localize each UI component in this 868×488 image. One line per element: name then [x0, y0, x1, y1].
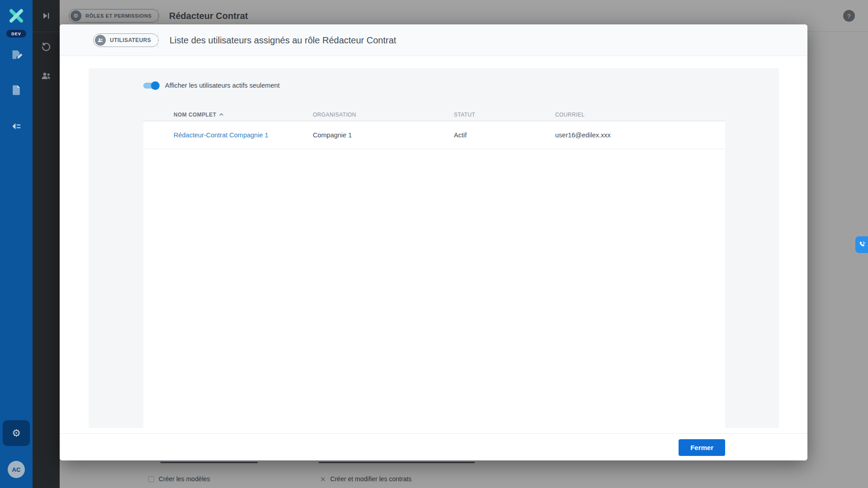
phone-support-button[interactable]	[855, 236, 868, 253]
screen: DEV ⚙ AC	[0, 0, 868, 488]
history-icon	[41, 42, 52, 52]
document-icon	[10, 84, 23, 96]
toggle-label: Afficher les utilisateurs actifs seuleme…	[165, 82, 280, 89]
cell-courriel: user16@edilex.xxx	[555, 131, 725, 139]
column-header-courriel[interactable]: COURRIEL	[555, 112, 725, 118]
users-panel: Afficher les utilisateurs actifs seuleme…	[89, 68, 779, 428]
sidebar-divider	[33, 32, 60, 32]
collapse-panel-button[interactable]	[41, 10, 52, 21]
skip-end-icon	[41, 10, 52, 21]
gear-icon: ⚙	[12, 427, 21, 439]
column-header-nom-complet[interactable]: NOM COMPLET	[143, 112, 313, 118]
users-modal: UTILISATEURS Liste des utilisateurs assi…	[60, 24, 807, 460]
cell-organisation: Compagnie 1	[313, 131, 454, 139]
environment-badge: DEV	[6, 30, 26, 38]
modal-footer: Fermer	[60, 433, 807, 460]
modal-body: Afficher les utilisateurs actifs seuleme…	[60, 56, 807, 433]
users-icon	[95, 35, 106, 46]
toggle-knob	[151, 81, 160, 90]
settings-button[interactable]: ⚙	[3, 420, 30, 446]
close-button[interactable]: Fermer	[679, 439, 725, 456]
sort-asc-icon	[219, 112, 224, 117]
sidebar-item-contract-edit[interactable]	[10, 49, 23, 61]
history-button[interactable]	[41, 42, 52, 52]
column-header-statut[interactable]: STATUT	[454, 112, 555, 118]
utilisateurs-badge-label: UTILISATEURS	[110, 37, 151, 43]
active-users-filter: Afficher les utilisateurs actifs seuleme…	[143, 80, 280, 91]
primary-sidebar: DEV ⚙ AC	[0, 0, 33, 488]
sidebar-item-clauses[interactable]	[10, 120, 23, 132]
modal-header: UTILISATEURS Liste des utilisateurs assi…	[60, 24, 807, 56]
cell-statut: Actif	[454, 131, 555, 139]
sidebar-item-documents[interactable]	[10, 84, 23, 96]
users-table: NOM COMPLET ORGANISATION STATUT COURRIEL	[143, 108, 725, 428]
clauses-icon	[10, 120, 23, 132]
column-header-organisation[interactable]: ORGANISATION	[313, 112, 454, 118]
app-logo-icon[interactable]	[7, 7, 25, 25]
users-icon	[41, 70, 52, 81]
modal-header-divider	[158, 32, 158, 48]
active-users-toggle[interactable]	[143, 82, 159, 89]
modal-title: Liste des utilisateurs assignés au rôle …	[170, 24, 396, 56]
users-button[interactable]	[41, 70, 52, 81]
table-row: Rédacteur-Contrat Compagnie 1 Compagnie …	[143, 122, 725, 149]
user-avatar[interactable]: AC	[8, 461, 25, 478]
table-body: Rédacteur-Contrat Compagnie 1 Compagnie …	[143, 122, 725, 428]
secondary-sidebar	[33, 0, 60, 488]
table-header-row: NOM COMPLET ORGANISATION STATUT COURRIEL	[143, 108, 725, 121]
utilisateurs-badge: UTILISATEURS	[93, 33, 159, 47]
contract-edit-icon	[10, 49, 23, 61]
user-name-link[interactable]: Rédacteur-Contrat Compagnie 1	[174, 131, 269, 139]
phone-call-icon	[858, 240, 866, 249]
